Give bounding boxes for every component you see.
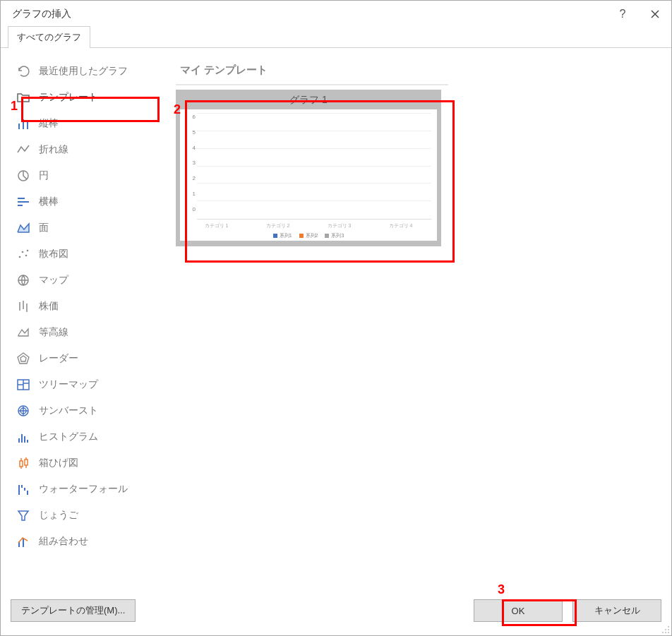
svg-point-11: [25, 254, 28, 256]
cancel-button[interactable]: キャンセル: [572, 599, 661, 622]
sidebar-item-waterfall[interactable]: ウォーターフォール: [11, 476, 163, 502]
sidebar-item-sunburst[interactable]: サンバースト: [11, 397, 163, 424]
svg-point-10: [22, 251, 24, 253]
sunburst-chart-icon: [15, 402, 32, 419]
dialog-footer: テンプレートの管理(M)... OK キャンセル: [1, 593, 671, 635]
line-chart-icon: [15, 141, 32, 158]
template-preview[interactable]: グラフ 1 6543210 カテゴリ 1カテゴリ 2カテゴリ 3カテゴリ 4 系…: [176, 90, 441, 246]
sidebar-item-treemap[interactable]: ツリーマップ: [11, 371, 163, 397]
titlebar: グラフの挿入 ?: [1, 1, 671, 28]
surface-chart-icon: [15, 324, 32, 341]
svg-point-49: [668, 632, 669, 633]
tabbar: すべてのグラフ: [1, 26, 671, 48]
sidebar-item-label: 円: [39, 169, 49, 182]
sidebar-item-label: マップ: [39, 274, 68, 287]
chart-y-axis: 6543210: [186, 114, 197, 220]
sidebar-item-recent[interactable]: 最近使用したグラフ: [11, 58, 163, 84]
area-chart-icon: [15, 220, 32, 236]
sidebar-item-label: ツリーマップ: [39, 378, 98, 391]
svg-point-45: [665, 629, 666, 630]
chart-plot-area: [197, 114, 431, 220]
svg-rect-34: [25, 460, 28, 465]
sidebar-item-histogram[interactable]: ヒストグラム: [11, 424, 163, 450]
sidebar-item-scatter[interactable]: 散布図: [11, 241, 163, 267]
bar-chart-icon: [15, 193, 32, 210]
sidebar-item-label: ウォーターフォール: [39, 483, 128, 496]
sidebar-item-label: レーダー: [39, 352, 78, 365]
sidebar-item-label: 折れ線: [39, 143, 68, 156]
preview-title: グラフ 1: [180, 94, 437, 107]
svg-marker-17: [18, 353, 29, 364]
sidebar-item-label: 組み合わせ: [39, 535, 88, 548]
svg-marker-41: [18, 511, 28, 520]
svg-point-44: [668, 626, 669, 628]
svg-point-9: [19, 256, 21, 258]
window-title: グラフの挿入: [12, 8, 71, 20]
column-chart-icon: [15, 115, 32, 132]
close-button[interactable]: [639, 1, 671, 28]
map-chart-icon: [15, 272, 32, 289]
section-title: マイ テンプレート: [176, 58, 448, 85]
boxwhisker-chart-icon: [15, 455, 32, 472]
svg-point-12: [27, 249, 29, 251]
svg-point-46: [668, 629, 669, 630]
help-button[interactable]: ?: [606, 1, 639, 28]
radar-chart-icon: [15, 350, 32, 367]
sidebar-item-label: 散布図: [39, 248, 68, 260]
chart-x-axis: カテゴリ 1カテゴリ 2カテゴリ 3カテゴリ 4: [186, 220, 431, 229]
sidebar-item-map[interactable]: マップ: [11, 267, 163, 293]
sidebar-item-label: じょうご: [39, 509, 78, 522]
sidebar-item-area[interactable]: 面: [11, 215, 163, 241]
pie-chart-icon: [15, 167, 32, 184]
sidebar-item-radar[interactable]: レーダー: [11, 345, 163, 371]
svg-point-48: [665, 632, 666, 633]
sidebar-item-line[interactable]: 折れ線: [11, 136, 163, 162]
sidebar-item-surface[interactable]: 等高線: [11, 319, 163, 345]
sidebar-item-bar[interactable]: 横棒: [11, 188, 163, 215]
ok-button[interactable]: OK: [474, 599, 563, 622]
dialog-body: 最近使用したグラフ テンプレート 縦棒 折れ線 円 横棒: [1, 48, 671, 593]
chart-type-sidebar: 最近使用したグラフ テンプレート 縦棒 折れ線 円 横棒: [11, 58, 163, 589]
resize-grip-icon[interactable]: [660, 624, 670, 634]
sidebar-item-label: 最近使用したグラフ: [39, 65, 128, 78]
sidebar-item-label: ヒストグラム: [39, 431, 98, 443]
sidebar-item-label: テンプレート: [39, 91, 98, 104]
sidebar-item-label: 箱ひげ図: [39, 457, 78, 469]
chart-thumbnail: 6543210 カテゴリ 1カテゴリ 2カテゴリ 3カテゴリ 4 系列1系列2系…: [180, 109, 437, 241]
undo-icon: [15, 63, 32, 80]
manage-templates-button[interactable]: テンプレートの管理(M)...: [11, 599, 136, 622]
chart-legend: 系列1系列2系列3: [186, 229, 431, 239]
combo-chart-icon: [15, 533, 32, 550]
stock-chart-icon: [15, 298, 32, 315]
sidebar-item-combo[interactable]: 組み合わせ: [11, 528, 163, 554]
sidebar-item-label: 面: [39, 222, 49, 234]
scatter-chart-icon: [15, 246, 32, 263]
funnel-chart-icon: [15, 507, 32, 524]
insert-chart-dialog: グラフの挿入 ? すべてのグラフ 最近使用したグラフ テンプレート 縦棒: [0, 0, 672, 636]
close-icon: [651, 10, 659, 18]
sidebar-item-label: 横棒: [39, 196, 59, 208]
sidebar-item-pie[interactable]: 円: [11, 162, 163, 188]
sidebar-item-funnel[interactable]: じょうご: [11, 502, 163, 528]
content-area: マイ テンプレート グラフ 1 6543210 カテゴリ 1カテゴリ 2カテゴリ…: [163, 58, 661, 589]
sidebar-item-label: 株価: [39, 300, 59, 313]
waterfall-chart-icon: [15, 481, 32, 498]
sidebar-item-label: 縦棒: [39, 117, 59, 130]
treemap-chart-icon: [15, 376, 32, 393]
svg-point-47: [662, 632, 664, 633]
svg-rect-31: [20, 461, 23, 467]
tab-all-charts[interactable]: すべてのグラフ: [8, 26, 90, 48]
sidebar-item-column[interactable]: 縦棒: [11, 110, 163, 136]
sidebar-item-boxwhisker[interactable]: 箱ひげ図: [11, 450, 163, 476]
sidebar-item-templates[interactable]: テンプレート: [11, 84, 163, 110]
sidebar-item-stock[interactable]: 株価: [11, 293, 163, 319]
sidebar-item-label: 等高線: [39, 326, 68, 339]
folder-icon: [15, 89, 32, 106]
sidebar-item-label: サンバースト: [39, 404, 98, 417]
histogram-chart-icon: [15, 428, 32, 445]
svg-marker-18: [20, 356, 26, 361]
